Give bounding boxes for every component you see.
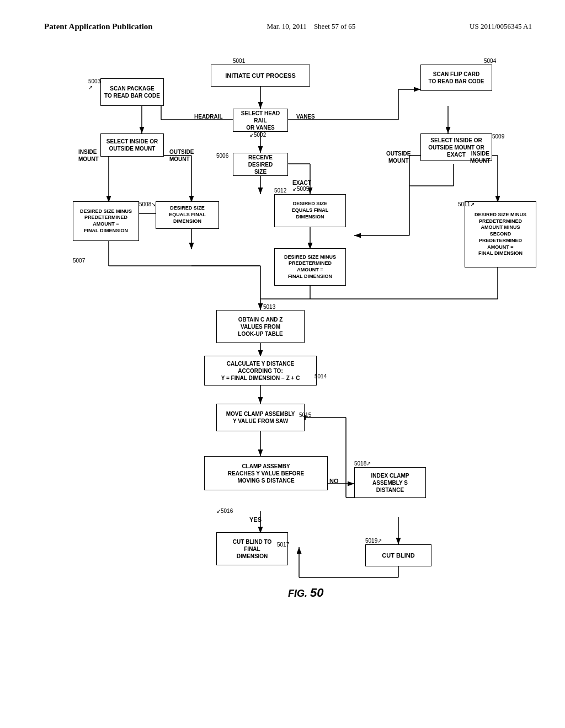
ref-5011: 5011↗ — [458, 201, 475, 207]
node-index-clamp: INDEX CLAMPASSEMBLY SDISTANCE — [354, 467, 426, 498]
ref-5007: 5007 — [73, 258, 85, 264]
ref-5016: ↙5016 — [216, 508, 233, 514]
ref-5013: 5013 — [263, 304, 275, 310]
ref-5009: 5009 — [492, 133, 504, 140]
ref-5008: 5008↘ — [139, 201, 156, 207]
node-desired-minus-2: DESIRED SIZE MINUSPREDETERMINEDAMOUNT =F… — [274, 248, 346, 286]
header-title: Patent Application Publication — [44, 22, 153, 31]
label-yes: YES — [249, 516, 262, 523]
ref-5019: 5019↗ — [365, 538, 382, 544]
page: Patent Application Publication Mar. 10, … — [0, 0, 565, 728]
label-outside-mount-2: OUTSIDEMOUNT — [386, 150, 411, 164]
header: Patent Application Publication Mar. 10, … — [44, 22, 532, 31]
node-select-headrail-vanes: SELECT HEAD RAILOR VANES — [233, 109, 288, 132]
label-vanes: VANES — [296, 113, 315, 120]
node-desired-minus-1: DESIRED SIZE MINUSPREDETERMINEDAMOUNT =F… — [73, 201, 139, 241]
ref-5015: 5015 — [299, 412, 311, 418]
label-inside-mount-2: INSIDEMOUNT — [470, 150, 491, 164]
header-center: Mar. 10, 2011 Sheet 57 of 65 — [266, 22, 355, 31]
node-scan-flip: SCAN FLIP CARDTO READ BAR CODE — [420, 65, 492, 91]
header-right: US 2011/0056345 A1 — [470, 22, 532, 31]
label-inside-mount-1: INSIDEMOUNT — [78, 148, 99, 163]
figure-label: FIG. 50 — [288, 586, 324, 600]
node-scan-package: SCAN PACKAGETO READ BAR CODE — [100, 78, 164, 106]
node-calculate-y: CALCULATE Y DISTANCEACCORDING TO:Y = FIN… — [204, 356, 317, 386]
node-desired-minus-3: DESIRED SIZE MINUSPREDETERMINEDAMOUNT MI… — [465, 201, 536, 267]
label-outside-mount-1: OUTSIDEMOUNT — [169, 148, 194, 163]
node-clamp-reaches: CLAMP ASSEMBYREACHES Y VALUE BEFOREMOVIN… — [204, 456, 328, 490]
ref-5014: 5014 — [315, 373, 327, 379]
ref-5003: 5003↗ — [88, 78, 100, 90]
node-cut-blind: CUT BLIND — [365, 544, 431, 566]
node-cut-blind-final: CUT BLIND TOFINALDIMENSION — [216, 532, 288, 565]
ref-5017: 5017 — [277, 542, 289, 548]
node-desired-final-2: DESIRED SIZEEQUALS FINALDIMENSION — [274, 194, 346, 227]
node-obtain-cz: OBTAIN C AND ZVALUES FROMLOOK-UP TABLE — [216, 310, 305, 343]
label-no: NO — [329, 477, 339, 485]
ref-5012: 5012 — [274, 188, 286, 194]
node-desired-final-1: DESIRED SIZEEQUALS FINALDIMENSION — [156, 201, 219, 229]
flowchart-diagram: INITIATE CUT PROCESS 5001 SCAN FLIP CARD… — [45, 48, 531, 682]
ref-5001: 5001 — [233, 58, 245, 64]
ref-5002: ↙5002 — [249, 132, 266, 138]
node-move-clamp: MOVE CLAMP ASSEMBLYY VALUE FROM SAW — [216, 404, 305, 431]
node-receive-desired: RECEIVE DESIREDSIZE — [233, 153, 288, 176]
label-headrail: HEADRAIL — [194, 113, 223, 120]
ref-5004: 5004 — [484, 58, 496, 64]
node-initiate: INITIATE CUT PROCESS — [211, 65, 310, 87]
ref-5005: ↙5005 — [292, 186, 309, 192]
node-select-mount-1: SELECT INSIDE OROUTSIDE MOUNT — [100, 133, 164, 157]
ref-5018: 5018↗ — [354, 461, 371, 467]
ref-5006: 5006 — [216, 153, 228, 159]
